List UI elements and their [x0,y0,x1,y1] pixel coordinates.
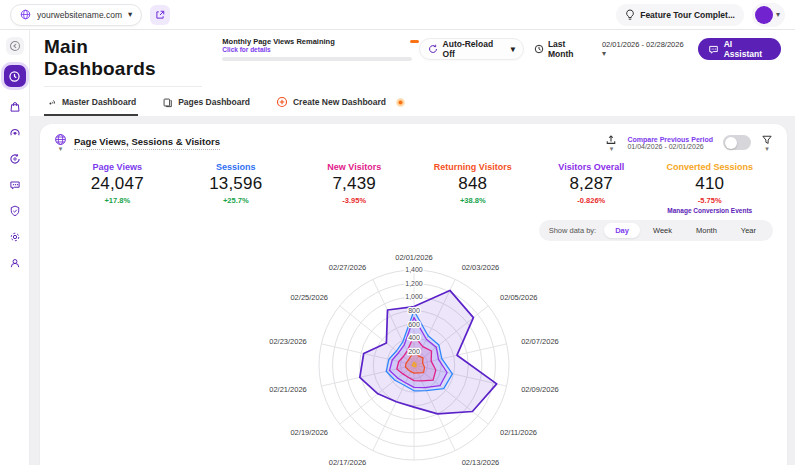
metric-converted-sessions: Converted Sessions410-5.75%Manage Conver… [651,162,770,214]
svg-text:02/27/2026: 02/27/2026 [328,263,366,272]
ai-assistant-label: AI Assistant [724,39,771,59]
metrics-row: Page Views24,047+17.8%Sessions13,596+25.… [54,162,773,214]
metric-value: 848 [414,174,533,194]
svg-text:02/19/2026: 02/19/2026 [290,428,328,437]
svg-text:02/01/2026: 02/01/2026 [395,253,433,262]
avatar [755,6,773,24]
metric-delta: +17.8% [58,196,177,205]
click-for-details-link[interactable]: Click for details [222,46,334,53]
sidebar-item-tracking[interactable] [7,151,23,167]
ai-assistant-button[interactable]: AI Assistant [698,38,781,60]
filter-button[interactable]: ▾ [761,134,773,152]
site-selector[interactable]: yourwebsitename.com ▾ [10,4,142,26]
tab-label: Pages Dashboard [178,97,250,107]
svg-text:02/17/2026: 02/17/2026 [328,458,366,465]
feature-tour-label: Feature Tour Complet... [640,10,735,20]
chat-bubble-icon [9,179,21,191]
metric-delta: -3.95% [295,196,414,205]
export-button[interactable]: ▾ [605,134,617,152]
sidebar-item-settings[interactable] [7,229,23,245]
tab-pages-dashboard[interactable]: Pages Dashboard [160,92,252,116]
shield-check-icon [9,205,21,217]
topbar: yourwebsitename.com ▾ Feature Tour Compl… [0,0,795,30]
compare-previous-period: Compare Previous Period 01/04/2026 - 02/… [627,136,713,150]
svg-text:600: 600 [408,321,420,328]
tracking-icon [9,153,21,165]
show-data-option-day[interactable]: Day [604,223,640,238]
show-data-option-month[interactable]: Month [685,223,728,238]
tab-label: Master Dashboard [62,97,136,107]
widget-card: ▾ Page Views, Sessions & Visitors ▾ Com [40,124,787,465]
toggle-knob [725,137,737,149]
metric-new-visitors: New Visitors7,439-3.95% [295,162,414,214]
clock-icon [534,44,544,54]
sidebar-item-dashboards[interactable] [4,65,26,87]
period-selector[interactable]: Last Month [534,39,592,59]
date-range-selector[interactable]: 02/01/2026 - 02/28/2026 ▾ [602,40,688,58]
show-data-option-week[interactable]: Week [642,223,683,238]
sidebar-item-chat[interactable] [7,177,23,193]
monthly-views-label: Monthly Page Views Remaining [222,37,334,46]
metric-value: 24,047 [58,174,177,194]
sidebar-item-audio[interactable] [7,125,23,141]
metric-label: New Visitors [295,162,414,172]
svg-text:200: 200 [408,348,420,355]
sidebar [0,30,30,465]
gear-icon [9,231,21,243]
metric-value: 13,596 [177,174,296,194]
signal-icon [46,97,57,108]
show-data-option-year[interactable]: Year [730,223,767,238]
compare-label[interactable]: Compare Previous Period [627,136,713,143]
metric-value: 8,287 [532,174,651,194]
compare-toggle[interactable] [723,135,751,150]
svg-text:02/03/2026: 02/03/2026 [461,263,499,272]
site-name: yourwebsitename.com [37,10,122,20]
tab-master-dashboard[interactable]: Master Dashboard [44,92,138,116]
widget-type-button[interactable]: ▾ [54,133,67,152]
sidebar-item-support[interactable] [7,255,23,271]
metric-delta: +25.7% [177,196,296,205]
chevron-down-icon: ▾ [610,145,614,152]
svg-text:02/09/2026: 02/09/2026 [521,385,559,394]
metric-label: Returning Visitors [414,162,533,172]
svg-text:400: 400 [408,334,420,341]
collapse-icon [9,40,21,52]
chevron-down-icon: ▾ [59,145,63,152]
sidebar-item-store[interactable] [7,99,23,115]
svg-text:02/07/2026: 02/07/2026 [521,337,559,346]
globe-icon [20,9,31,20]
period-label: Last Month [548,39,592,59]
monthly-views-progress-bar [222,57,412,61]
user-menu[interactable]: ▾ [752,3,785,27]
copy-icon [162,97,173,108]
plus-circle-icon [276,96,288,108]
metric-label: Visitors Overall [532,162,651,172]
sidebar-collapse-button[interactable] [6,37,24,55]
radar-chart[interactable]: 1,4001,2001,00080060040020002/01/202602/… [54,243,773,465]
show-data-by-control: Show data by: Day Week Month Year [539,220,773,241]
metric-label: Converted Sessions [651,162,770,172]
metric-value: 7,439 [295,174,414,194]
feature-tour-button[interactable]: Feature Tour Complet... [616,4,744,26]
page-header: Main Dashboards Monthly Page Views Remai… [30,30,795,116]
tab-create-new-dashboard[interactable]: Create New Dashboard [274,91,408,116]
metric-visitors-overall: Visitors Overall8,287-0.826% [532,162,651,214]
svg-text:02/13/2026: 02/13/2026 [461,458,499,465]
manage-conversion-events-link[interactable]: Manage Conversion Events [651,207,770,214]
svg-text:1,400: 1,400 [405,266,423,273]
svg-text:800: 800 [408,307,420,314]
show-data-by-label: Show data by: [549,226,597,235]
chevron-down-icon: ▾ [511,45,515,54]
metric-page-views: Page Views24,047+17.8% [58,162,177,214]
chat-icon [708,44,719,55]
tour-badge-icon[interactable] [395,97,406,108]
auto-reload-label: Auto-Reload Off [443,39,506,59]
sidebar-item-security[interactable] [7,203,23,219]
auto-reload-dropdown[interactable]: Auto-Reload Off ▾ [419,38,524,60]
svg-text:02/25/2026: 02/25/2026 [290,293,328,302]
dashboard-tabs: Master Dashboard Pages Dashboard Create … [44,91,781,116]
widget-title[interactable]: Page Views, Sessions & Visitors [74,136,220,150]
external-link-icon [155,10,165,20]
monthly-page-views-widget[interactable]: Monthly Page Views Remaining Click for d… [222,36,418,61]
open-site-button[interactable] [150,5,170,25]
